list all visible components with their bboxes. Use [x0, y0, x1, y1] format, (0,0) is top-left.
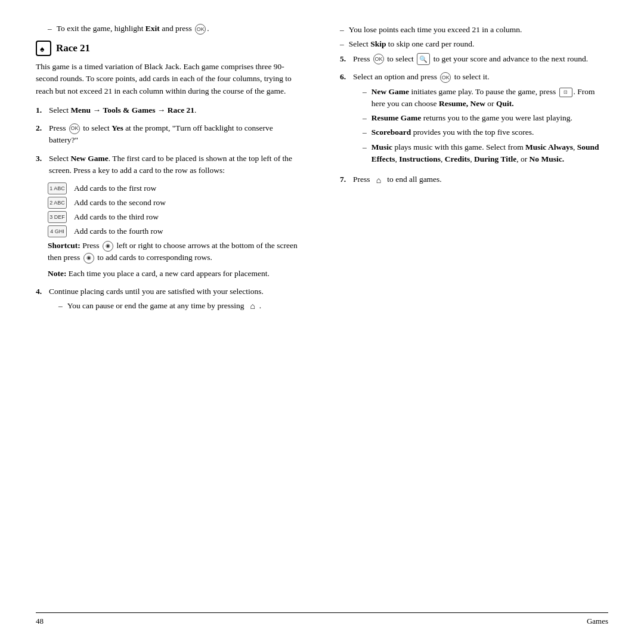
- footer-section: Games: [587, 617, 608, 626]
- sub-new-game: – New Game initiates game play. To pause…: [353, 86, 608, 110]
- key-row-3: 3 DEF Add cards to the third row: [36, 211, 304, 223]
- step-5-num: 5.: [340, 53, 353, 66]
- section-heading: ♠ Race 21: [36, 41, 304, 56]
- sub-new-game-text: New Game initiates game play. To pause t…: [371, 86, 608, 110]
- key-4-icon: 4 GHI: [48, 225, 67, 237]
- section-title: Race 21: [56, 42, 90, 54]
- key-2-text: Add cards to the second row: [74, 198, 304, 208]
- footer: 48 Games: [36, 612, 608, 626]
- home-icon-7: ⌂: [373, 175, 384, 185]
- step-2-content: Press OK to select Yes at the prompt, "T…: [49, 122, 304, 147]
- step-4-num: 4.: [36, 286, 49, 315]
- step-3-num: 3.: [36, 153, 49, 177]
- step-1: 1. Select Menu → Tools & Games → Race 21…: [36, 104, 304, 116]
- svg-text:♠: ♠: [40, 45, 45, 54]
- description: This game is a timed variation of Black …: [36, 61, 304, 97]
- ok-icon-shortcut: ◉: [83, 253, 94, 264]
- nav-icon-shortcut: ◉: [103, 241, 113, 252]
- step-2-num: 2.: [36, 122, 49, 147]
- ok-icon-2: OK: [69, 123, 80, 134]
- step-7-num: 7.: [340, 174, 353, 185]
- sub-resume-game: – Resume Game returns you to the game yo…: [353, 112, 608, 124]
- pause-icon: ⊡: [559, 88, 572, 97]
- key-1-icon: 1 ABC: [48, 182, 67, 194]
- sub-scoreboard: – Scoreboard provides you with the top f…: [353, 126, 608, 138]
- step-5: 5. Press OK to select 🔍 to get your scor…: [340, 53, 608, 66]
- step-1-content: Select Menu → Tools & Games → Race 21.: [49, 104, 304, 116]
- sub-music: – Music plays music with this game. Sele…: [353, 141, 608, 166]
- right-dash-2: –: [340, 38, 344, 50]
- ok-icon-5: OK: [373, 54, 384, 64]
- sub-dash-ng: –: [363, 86, 367, 110]
- bullet-dash: –: [48, 24, 52, 35]
- right-column: – You lose points each time you exceed 2…: [334, 24, 608, 606]
- page: – To exit the game, highlight Exit and p…: [0, 0, 644, 644]
- step-1-num: 1.: [36, 104, 49, 116]
- step-4-sub: – You can pause or end the game at any t…: [49, 300, 304, 312]
- ok-icon: OK: [195, 24, 206, 35]
- score-icon: 🔍: [417, 53, 430, 65]
- sub-dash-4: –: [58, 300, 63, 312]
- sub-dash-rg: –: [363, 112, 367, 124]
- key-3-text: Add cards to the third row: [74, 212, 304, 222]
- section-icon: ♠: [36, 41, 51, 56]
- note-label: Note:: [48, 269, 66, 278]
- step-5-content: Press OK to select 🔍 to get your score a…: [353, 53, 608, 66]
- key-row-1: 1 ABC Add cards to the first row: [36, 182, 304, 194]
- footer-page-number: 48: [36, 617, 44, 626]
- note-block: Note: Each time you place a card, a new …: [36, 268, 304, 280]
- step-6: 6. Select an option and press OK to sele…: [340, 71, 608, 168]
- sub-dash-mu: –: [363, 141, 367, 166]
- content-area: – To exit the game, highlight Exit and p…: [36, 24, 608, 606]
- step-6-content: Select an option and press OK to select …: [353, 71, 608, 168]
- sub-scoreboard-text: Scoreboard provides you with the top fiv…: [371, 126, 534, 138]
- ok-icon-6: OK: [440, 72, 451, 83]
- key-4-text: Add cards to the fourth row: [74, 227, 304, 236]
- home-icon-4: ⌂: [247, 301, 258, 312]
- right-bullet-2: – Select Skip to skip one card per round…: [340, 38, 608, 50]
- intro-bullet-text: To exit the game, highlight Exit and pre…: [57, 24, 209, 35]
- step-7: 7. Press ⌂ to end all games.: [340, 174, 608, 185]
- step-6-num: 6.: [340, 71, 353, 168]
- intro-bullet: – To exit the game, highlight Exit and p…: [36, 24, 304, 35]
- step-7-content: Press ⌂ to end all games.: [353, 174, 608, 185]
- right-bullet-1-text: You lose points each time you exceed 21 …: [349, 24, 522, 36]
- shortcut-label: Shortcut:: [48, 241, 80, 250]
- step-2: 2. Press OK to select Yes at the prompt,…: [36, 122, 304, 147]
- key-2-icon: 2 ABC: [48, 197, 67, 209]
- sub-dash-sb: –: [363, 126, 367, 138]
- right-dash-1: –: [340, 24, 344, 36]
- key-row-4: 4 GHI Add cards to the fourth row: [36, 225, 304, 237]
- step-4-content: Continue placing cards until you are sat…: [49, 286, 304, 315]
- key-3-icon: 3 DEF: [48, 211, 67, 223]
- right-bullet-2-text: Select Skip to skip one card per round.: [349, 38, 475, 50]
- step-4: 4. Continue placing cards until you are …: [36, 286, 304, 315]
- sub-resume-game-text: Resume Game returns you to the game you …: [371, 112, 572, 124]
- step-3: 3. Select New Game. The first card to be…: [36, 153, 304, 177]
- key-row-2: 2 ABC Add cards to the second row: [36, 197, 304, 209]
- left-column: – To exit the game, highlight Exit and p…: [36, 24, 310, 606]
- right-bullet-1: – You lose points each time you exceed 2…: [340, 24, 608, 36]
- step-4-sub-text: You can pause or end the game at any tim…: [67, 300, 261, 312]
- key-1-text: Add cards to the first row: [74, 184, 304, 193]
- shortcut-note: Shortcut: Press ◉ left or right to choos…: [36, 240, 304, 264]
- sub-music-text: Music plays music with this game. Select…: [371, 141, 608, 166]
- step-3-content: Select New Game. The first card to be pl…: [49, 153, 304, 177]
